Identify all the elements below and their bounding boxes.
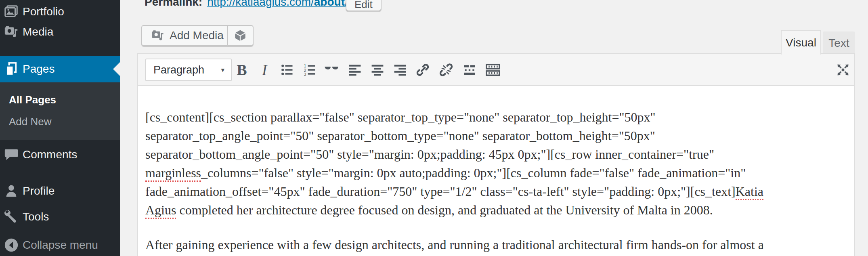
numbered-list-icon: 1 2 3 <box>302 63 317 77</box>
admin-sidebar: Portfolio Media <box>0 0 120 256</box>
sidebar-item-all-pages[interactable]: All Pages <box>0 90 120 109</box>
tab-visual[interactable]: Visual <box>781 30 821 55</box>
submenu-item-label: All Pages <box>9 94 56 106</box>
editor-line: separator_top_angle_point="50" separator… <box>145 126 846 145</box>
editor-text: _columns="false" style="margin: 0px auto… <box>201 166 746 180</box>
format-select-value: Paragraph <box>153 64 204 76</box>
editor-toolbar: Paragraph ▾ B I 1 <box>138 54 854 86</box>
active-item-arrow <box>113 62 120 76</box>
pages-submenu: All Pages Add New <box>0 82 120 140</box>
sidebar-item-label: Pages <box>23 63 55 76</box>
editor: Paragraph ▾ B I 1 <box>137 53 855 256</box>
align-left-button[interactable] <box>345 60 365 80</box>
sidebar-item-label: Tools <box>23 210 49 223</box>
portfolio-icon <box>3 4 19 20</box>
tools-icon <box>3 209 19 225</box>
tab-text[interactable]: Text <box>823 31 855 55</box>
numbered-list-button[interactable]: 1 2 3 <box>300 60 319 80</box>
italic-icon: I <box>262 61 267 79</box>
sidebar-item-profile[interactable]: Profile <box>0 180 120 202</box>
submenu-item-label: Add New <box>9 115 52 128</box>
permalink-url[interactable]: http://katiaagius.com/about/ <box>207 0 348 8</box>
sidebar-item-comments[interactable]: Comments <box>0 144 120 166</box>
blockquote-icon: “ <box>323 67 340 85</box>
sidebar-item-portfolio[interactable]: Portfolio <box>0 2 120 22</box>
sidebar-item-label: Comments <box>23 148 77 161</box>
editor-content[interactable]: [cs_content][cs_section parallax="false"… <box>138 87 854 256</box>
editor-text: [cs_content][cs_section parallax="false"… <box>145 110 656 124</box>
sidebar-item-label: Profile <box>23 185 55 197</box>
tab-label: Text <box>828 37 849 50</box>
align-left-icon <box>348 63 362 77</box>
toolbar-toggle-button[interactable] <box>483 60 503 80</box>
shortcode-generator-button[interactable] <box>227 25 254 46</box>
add-media-label: Add Media <box>170 29 224 42</box>
bold-button[interactable]: B <box>232 60 252 80</box>
editor-line: marginless_columns="false" style="margin… <box>145 164 846 182</box>
editor-text: fade_animation_offset="45px" fade_durati… <box>145 184 736 199</box>
align-right-button[interactable] <box>390 60 410 80</box>
bulleted-list-button[interactable] <box>277 60 297 80</box>
misspelled-word: Agius <box>145 203 176 219</box>
tab-label: Visual <box>786 36 816 49</box>
permalink-edit-button[interactable]: Edit <box>346 0 382 11</box>
collapse-arrow-icon <box>3 237 19 253</box>
media-icon <box>3 24 19 40</box>
keyboard-icon <box>485 62 501 78</box>
sidebar-item-add-new[interactable]: Add New <box>0 112 120 131</box>
profile-icon <box>3 183 19 199</box>
fullscreen-expand-icon <box>836 63 850 77</box>
sidebar-item-pages[interactable]: Pages <box>0 56 120 82</box>
editor-line: separator_bottom_angle_point="50" style=… <box>145 145 846 164</box>
read-more-button[interactable] <box>460 60 479 80</box>
align-center-icon <box>370 63 385 77</box>
link-icon <box>415 63 430 77</box>
sidebar-item-media[interactable]: Media <box>0 22 120 42</box>
editor-line: fade_animation_offset="45px" fade_durati… <box>145 182 846 201</box>
editor-line: [cs_content][cs_section parallax="false"… <box>145 108 846 126</box>
sidebar-item-label: Portfolio <box>23 5 64 18</box>
fullscreen-button[interactable] <box>833 60 853 80</box>
chevron-down-icon: ▾ <box>221 66 224 74</box>
bulleted-list-icon <box>280 63 294 77</box>
editor-line: Agius completed her architecture degree … <box>145 201 846 219</box>
collapse-menu-button[interactable]: Collapse menu <box>0 234 120 256</box>
italic-button[interactable]: I <box>255 60 274 80</box>
editor-text: After gaining experience with a few desi… <box>145 237 764 252</box>
editor-text: completed her architecture degree focuse… <box>176 203 713 217</box>
editor-line: After gaining experience with a few desi… <box>145 235 846 254</box>
editor-text: separator_bottom_angle_point="50" style=… <box>145 147 714 162</box>
add-media-icon <box>151 29 165 42</box>
read-more-icon <box>462 63 477 77</box>
sidebar-item-label: Collapse menu <box>23 239 98 252</box>
permalink-row: Permalink: http://katiaagius.com/about/ <box>145 0 348 10</box>
misspelled-word: marginless <box>145 166 201 182</box>
blockquote-button[interactable]: “ <box>322 60 341 80</box>
unlink-icon <box>439 63 453 77</box>
misspelled-word: Katia <box>736 184 763 200</box>
permalink-label: Permalink: <box>145 0 202 8</box>
remove-link-button[interactable] <box>436 60 456 80</box>
add-media-button[interactable]: Add Media <box>141 25 233 46</box>
align-center-button[interactable] <box>368 60 387 80</box>
svg-text:3: 3 <box>304 72 306 77</box>
align-right-icon <box>393 63 407 77</box>
cube-icon <box>233 29 247 42</box>
pages-icon <box>3 61 19 77</box>
bold-icon: B <box>237 61 247 79</box>
insert-link-button[interactable] <box>413 60 432 80</box>
wordpress-admin-page: Portfolio Media <box>0 0 868 256</box>
paragraph-format-select[interactable]: Paragraph ▾ <box>145 59 232 81</box>
sidebar-item-label: Media <box>23 25 53 38</box>
sidebar-item-tools[interactable]: Tools <box>0 206 120 228</box>
comments-icon <box>3 147 19 163</box>
editor-text: separator_top_angle_point="50" separator… <box>145 128 655 143</box>
